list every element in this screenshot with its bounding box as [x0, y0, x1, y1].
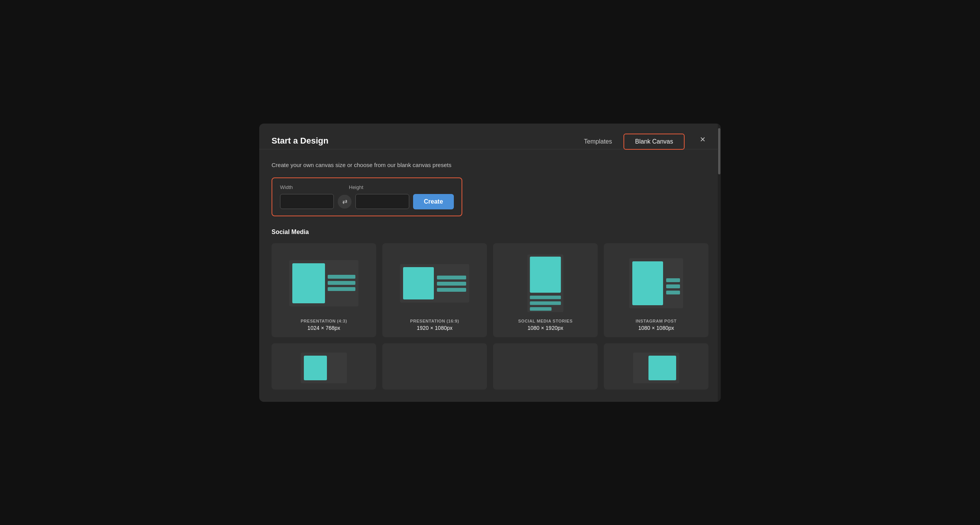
- preset-social-media-stories[interactable]: SOCIAL MEDIA STORIES 1080 × 1920px: [493, 243, 598, 337]
- height-label: Height: [349, 184, 405, 190]
- svg-rect-11: [530, 256, 561, 293]
- svg-rect-18: [666, 284, 680, 288]
- preset-presentation-4-3[interactable]: PRESENTATION (4:3) 1024 × 768px: [272, 243, 376, 337]
- svg-rect-17: [666, 278, 680, 282]
- width-input-wrapper: ▲ ▼: [280, 194, 334, 209]
- svg-rect-12: [530, 295, 561, 299]
- svg-rect-9: [437, 288, 466, 292]
- preset-dims-instagram: 1080 × 1080px: [636, 325, 677, 331]
- svg-rect-3: [328, 281, 355, 285]
- create-button[interactable]: Create: [413, 194, 454, 209]
- scrollbar[interactable]: [718, 124, 721, 402]
- preset-instagram-post[interactable]: INSTAGRAM POST 1080 × 1080px: [604, 243, 708, 337]
- tab-blank-canvas[interactable]: Blank Canvas: [623, 134, 685, 150]
- preset-thumb-instagram: [610, 252, 702, 314]
- preset-thumb-stories: [499, 252, 592, 314]
- modal-body: Create your own canvas size or choose fr…: [259, 149, 721, 402]
- preset-partial-1[interactable]: [272, 343, 376, 390]
- svg-rect-1: [292, 263, 325, 303]
- svg-rect-23: [648, 356, 676, 380]
- tab-templates[interactable]: Templates: [572, 134, 623, 150]
- height-input-wrapper: ▲ ▼: [355, 194, 409, 209]
- size-labels: Width Height: [280, 184, 454, 190]
- svg-rect-19: [666, 291, 680, 294]
- preset-name-16-9: PRESENTATION (16:9): [410, 319, 459, 323]
- svg-rect-21: [304, 356, 327, 380]
- subtitle-text: Create your own canvas size or choose fr…: [272, 162, 708, 168]
- svg-rect-6: [403, 267, 434, 299]
- close-button[interactable]: ×: [697, 133, 708, 145]
- preset-thumb-4-3: [278, 252, 370, 314]
- bottom-presets-row: [272, 343, 708, 390]
- swap-dimensions-button[interactable]: ⇄: [338, 195, 352, 209]
- preset-partial-2[interactable]: [382, 343, 487, 390]
- svg-rect-13: [530, 301, 561, 304]
- preset-partial-4[interactable]: [604, 343, 708, 390]
- preset-info-16-9: PRESENTATION (16:9) 1920 × 1080px: [410, 319, 459, 331]
- modal-header: Start a Design Templates Blank Canvas ×: [259, 124, 721, 149]
- modal-title: Start a Design: [272, 136, 328, 146]
- scrollbar-thumb[interactable]: [718, 128, 720, 174]
- svg-rect-4: [328, 287, 355, 291]
- presets-grid: PRESENTATION (4:3) 1024 × 768px PRE: [272, 243, 708, 337]
- section-title-social-media: Social Media: [272, 229, 708, 236]
- preset-dims-16-9: 1920 × 1080px: [410, 325, 459, 331]
- preset-name-instagram: INSTAGRAM POST: [636, 319, 677, 323]
- start-design-modal: Start a Design Templates Blank Canvas × …: [259, 124, 721, 402]
- preset-thumb-16-9: [388, 252, 481, 314]
- preset-dims-4-3: 1024 × 768px: [301, 325, 347, 331]
- svg-rect-16: [632, 261, 663, 305]
- preset-info-4-3: PRESENTATION (4:3) 1024 × 768px: [301, 319, 347, 331]
- canvas-size-box: Width Height ▲ ▼ ⇄ ▲ ▼: [272, 177, 462, 216]
- svg-rect-7: [437, 276, 466, 279]
- svg-rect-8: [437, 282, 466, 286]
- preset-name-4-3: PRESENTATION (4:3): [301, 319, 347, 323]
- svg-rect-14: [530, 307, 552, 310]
- preset-name-stories: SOCIAL MEDIA STORIES: [518, 319, 573, 323]
- preset-presentation-16-9[interactable]: PRESENTATION (16:9) 1920 × 1080px: [382, 243, 487, 337]
- svg-rect-2: [328, 275, 355, 279]
- width-input[interactable]: [280, 194, 334, 209]
- height-input[interactable]: [356, 194, 409, 209]
- preset-info-instagram: INSTAGRAM POST 1080 × 1080px: [636, 319, 677, 331]
- preset-info-stories: SOCIAL MEDIA STORIES 1080 × 1920px: [518, 319, 573, 331]
- size-inputs: ▲ ▼ ⇄ ▲ ▼ Create: [280, 194, 454, 209]
- tabs: Templates Blank Canvas: [572, 133, 685, 149]
- preset-dims-stories: 1080 × 1920px: [518, 325, 573, 331]
- preset-partial-3[interactable]: [493, 343, 598, 390]
- width-label: Width: [280, 184, 336, 190]
